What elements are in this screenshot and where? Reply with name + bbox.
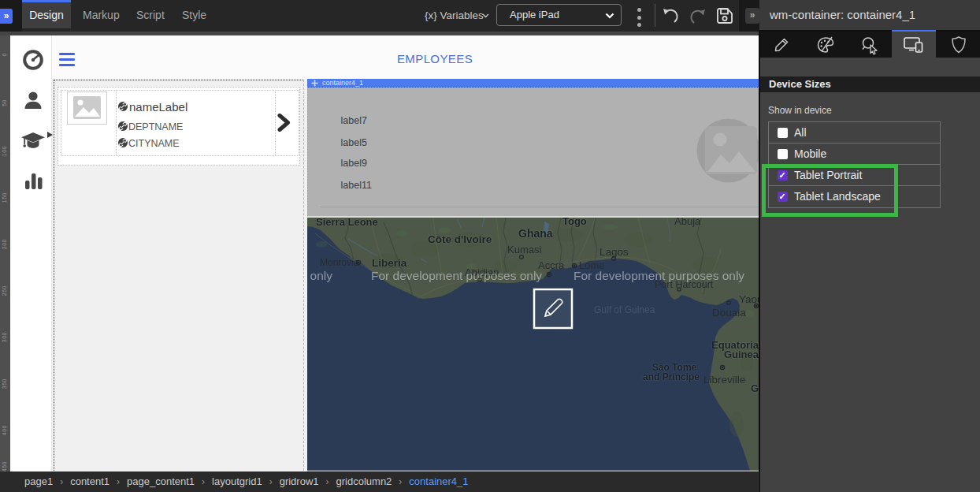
- svg-text:Sierra Leone: Sierra Leone: [316, 218, 378, 228]
- svg-text:Gulf of Guinea: Gulf of Guinea: [594, 304, 655, 315]
- svg-text:and Príncipe: and Príncipe: [643, 371, 700, 382]
- svg-text:only: only: [310, 269, 333, 282]
- svg-text:Yaou: Yaou: [739, 293, 759, 305]
- svg-text:For development purposes only: For development purposes only: [371, 269, 542, 282]
- svg-text:Togo: Togo: [562, 218, 587, 227]
- svg-text:Douala: Douala: [712, 307, 746, 319]
- svg-text:Côte d'Ivoire: Côte d'Ivoire: [428, 233, 492, 245]
- svg-text:Abuja: Abuja: [674, 218, 701, 227]
- svg-text:Libreville: Libreville: [703, 374, 745, 386]
- svg-text:Lagos: Lagos: [600, 246, 629, 258]
- svg-text:Guinea: Guinea: [724, 348, 759, 360]
- svg-text:For development purposes only: For development purposes only: [574, 269, 744, 282]
- svg-text:Liberia: Liberia: [372, 257, 407, 269]
- svg-text:Ghana: Ghana: [518, 227, 553, 240]
- svg-text:Monrovia: Monrovia: [320, 257, 359, 268]
- svg-text:Ga: Ga: [751, 382, 759, 394]
- svg-text:Kumasi: Kumasi: [507, 244, 541, 255]
